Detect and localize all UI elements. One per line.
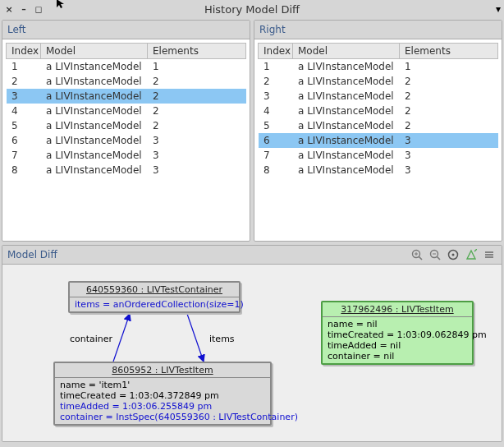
- table-cell: 1: [7, 59, 41, 75]
- list-icon[interactable]: [482, 247, 497, 262]
- table-row[interactable]: 2a LIVInstanceModel2: [7, 74, 246, 89]
- table-cell: 3: [148, 163, 246, 177]
- svg-line-13: [113, 314, 130, 362]
- left-pane-header: Left: [2, 21, 250, 39]
- table-cell: 2: [148, 74, 246, 89]
- zoom-out-icon[interactable]: [428, 247, 442, 262]
- table-cell: a LIVInstanceModel: [41, 104, 148, 118]
- right-pane: Right Index Model Elements 1a LIVInstanc…: [254, 20, 502, 242]
- table-cell: 7: [259, 148, 293, 163]
- table-cell: 5: [259, 118, 293, 133]
- table-cell: 2: [259, 74, 293, 89]
- left-pane: Left Index Model Elements 1a LIVInstance…: [2, 20, 250, 242]
- right-pane-header: Right: [254, 21, 502, 39]
- node-attr: name = nil: [328, 319, 467, 329]
- table-cell: 3: [148, 133, 246, 148]
- node-attr: items = anOrderedCollection(size=1): [75, 299, 234, 310]
- table-cell: 3: [400, 133, 498, 148]
- col-header-index[interactable]: Index: [259, 44, 293, 59]
- table-cell: 1: [400, 59, 498, 75]
- right-table[interactable]: Index Model Elements 1a LIVInstanceModel…: [258, 43, 498, 177]
- table-row[interactable]: 5a LIVInstanceModel2: [7, 118, 246, 133]
- table-cell: 3: [259, 89, 293, 104]
- table-cell: 7: [7, 148, 41, 163]
- diagram-canvas[interactable]: 640559360 : LIVTestContainer items = anO…: [2, 265, 502, 441]
- node-attr: timeAdded = 1:03:06.255849 pm: [60, 401, 265, 412]
- table-row[interactable]: 6a LIVInstanceModel3: [7, 133, 246, 148]
- table-cell: a LIVInstanceModel: [41, 118, 148, 133]
- table-row[interactable]: 7a LIVInstanceModel3: [7, 148, 246, 163]
- svg-line-5: [438, 257, 441, 260]
- edge-label-container: container: [70, 334, 112, 344]
- table-cell: a LIVInstanceModel: [293, 118, 400, 133]
- node-item-left[interactable]: 8605952 : LIVTestItem name = 'item1' tim…: [53, 362, 272, 426]
- left-table[interactable]: Index Model Elements 1a LIVInstanceModel…: [6, 43, 246, 177]
- col-header-index[interactable]: Index: [7, 44, 41, 59]
- table-cell: a LIVInstanceModel: [41, 163, 148, 177]
- table-row[interactable]: 1a LIVInstanceModel1: [7, 59, 246, 75]
- table-cell: a LIVInstanceModel: [293, 104, 400, 118]
- table-cell: 6: [259, 133, 293, 148]
- table-cell: 8: [7, 163, 41, 177]
- table-cell: a LIVInstanceModel: [41, 148, 148, 163]
- table-row[interactable]: 1a LIVInstanceModel1: [259, 59, 498, 75]
- table-cell: 2: [148, 118, 246, 133]
- table-cell: 4: [7, 104, 41, 118]
- table-cell: a LIVInstanceModel: [41, 59, 148, 75]
- menu-icon[interactable]: ▾: [496, 3, 501, 15]
- model-diff-label: Model Diff: [7, 249, 406, 260]
- node-attr: container = InstSpec(640559360 : LIVTest…: [60, 412, 265, 422]
- node-attr: timeAdded = nil: [328, 340, 467, 351]
- window-title: History Model Diff: [0, 3, 504, 16]
- table-cell: 1: [259, 59, 293, 75]
- table-row[interactable]: 3a LIVInstanceModel2: [259, 89, 498, 104]
- table-row[interactable]: 8a LIVInstanceModel3: [259, 163, 498, 177]
- table-cell: a LIVInstanceModel: [293, 133, 400, 148]
- node-container-title: 640559360 : LIVTestContainer: [70, 283, 239, 297]
- table-row[interactable]: 2a LIVInstanceModel2: [259, 74, 498, 89]
- table-cell: 6: [7, 133, 41, 148]
- node-item-right[interactable]: 317962496 : LIVTestItem name = nil timeC…: [321, 301, 474, 365]
- table-cell: 2: [7, 74, 41, 89]
- table-cell: 2: [400, 104, 498, 118]
- table-cell: 3: [7, 89, 41, 104]
- table-row[interactable]: 4a LIVInstanceModel2: [259, 104, 498, 118]
- export-icon[interactable]: [464, 247, 479, 262]
- table-row[interactable]: 3a LIVInstanceModel2: [7, 89, 246, 104]
- table-cell: 2: [400, 89, 498, 104]
- table-cell: a LIVInstanceModel: [41, 89, 148, 104]
- svg-line-1: [419, 257, 423, 260]
- table-cell: a LIVInstanceModel: [293, 89, 400, 104]
- table-cell: 1: [148, 59, 246, 75]
- table-cell: a LIVInstanceModel: [293, 163, 400, 177]
- table-cell: 2: [148, 89, 246, 104]
- node-item-right-title: 317962496 : LIVTestItem: [323, 302, 472, 317]
- table-cell: 2: [148, 104, 246, 118]
- table-row[interactable]: 5a LIVInstanceModel2: [259, 118, 498, 133]
- node-container[interactable]: 640559360 : LIVTestContainer items = anO…: [68, 281, 241, 313]
- table-row[interactable]: 8a LIVInstanceModel3: [7, 163, 246, 177]
- table-cell: a LIVInstanceModel: [41, 133, 148, 148]
- table-row[interactable]: 7a LIVInstanceModel3: [259, 148, 498, 163]
- col-header-model[interactable]: Model: [41, 44, 148, 59]
- model-diff-pane: Model Diff: [2, 245, 502, 442]
- window-titlebar: × – ◻ History Model Diff ▾: [0, 0, 504, 18]
- col-header-elements[interactable]: Elements: [400, 44, 498, 59]
- table-cell: a LIVInstanceModel: [293, 148, 400, 163]
- table-cell: 3: [400, 163, 498, 177]
- table-row[interactable]: 4a LIVInstanceModel2: [7, 104, 246, 118]
- table-cell: 8: [259, 163, 293, 177]
- table-row[interactable]: 6a LIVInstanceModel3: [259, 133, 498, 148]
- table-cell: a LIVInstanceModel: [41, 74, 148, 89]
- node-attr: container = nil: [328, 351, 467, 362]
- fit-icon[interactable]: [446, 247, 460, 262]
- col-header-elements[interactable]: Elements: [148, 44, 246, 59]
- node-attr: timeCreated = 1:03:09.062849 pm: [328, 329, 467, 340]
- zoom-in-icon[interactable]: [410, 247, 424, 262]
- col-header-model[interactable]: Model: [293, 44, 400, 59]
- table-cell: a LIVInstanceModel: [293, 59, 400, 75]
- table-cell: 3: [148, 148, 246, 163]
- table-cell: 5: [7, 118, 41, 133]
- table-cell: a LIVInstanceModel: [293, 74, 400, 89]
- svg-point-8: [452, 254, 455, 256]
